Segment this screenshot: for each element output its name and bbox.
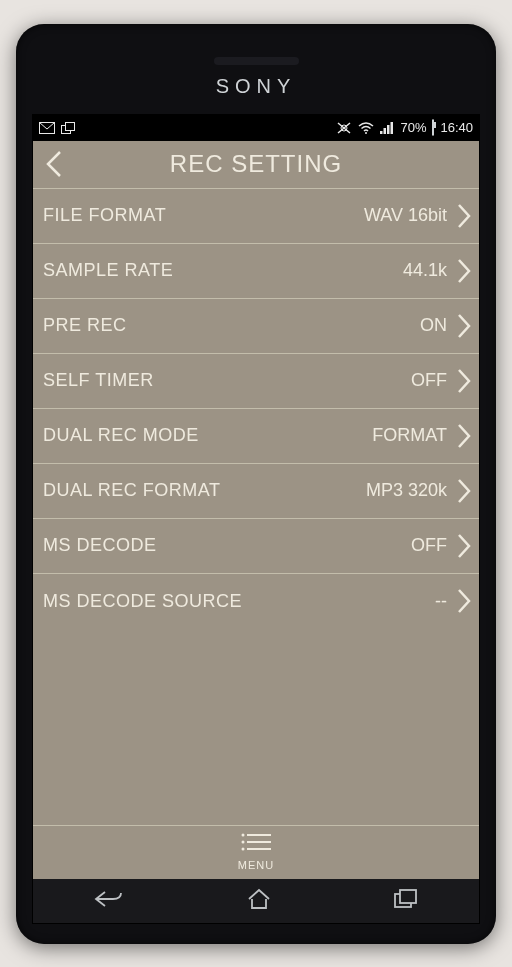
svg-rect-8 — [391, 122, 394, 134]
setting-value: -- — [435, 591, 447, 612]
status-bar: 70% 16:40 — [33, 115, 479, 141]
setting-label: DUAL REC MODE — [43, 425, 199, 446]
svg-rect-7 — [387, 125, 390, 134]
svg-rect-5 — [380, 131, 383, 134]
setting-right: -- — [435, 587, 473, 615]
menu-button[interactable]: MENU — [238, 833, 274, 871]
setting-value: MP3 320k — [366, 480, 447, 501]
settings-list: FILE FORMATWAV 16bitSAMPLE RATE44.1kPRE … — [33, 189, 479, 825]
setting-right: ON — [420, 312, 473, 340]
setting-row[interactable]: SELF TIMEROFF — [33, 354, 479, 409]
chevron-right-icon — [455, 532, 473, 560]
wifi-icon — [358, 122, 374, 134]
back-button[interactable] — [43, 149, 65, 179]
setting-value: 44.1k — [403, 260, 447, 281]
setting-right: WAV 16bit — [364, 202, 473, 230]
earpiece — [214, 57, 299, 65]
app-rec-setting: REC SETTING FILE FORMATWAV 16bitSAMPLE R… — [33, 141, 479, 879]
setting-label: MS DECODE SOURCE — [43, 591, 242, 612]
battery-icon — [432, 120, 434, 135]
nav-recent-button[interactable] — [393, 889, 419, 913]
setting-value: WAV 16bit — [364, 205, 447, 226]
svg-rect-6 — [384, 128, 387, 134]
setting-label: MS DECODE — [43, 535, 157, 556]
app-footer: MENU — [33, 825, 479, 879]
phone-body: SONY 70% 16:40 — [16, 24, 496, 944]
setting-right: 44.1k — [403, 257, 473, 285]
setting-row[interactable]: FILE FORMATWAV 16bit — [33, 189, 479, 244]
setting-label: SELF TIMER — [43, 370, 154, 391]
setting-right: FORMAT — [372, 422, 473, 450]
setting-label: PRE REC — [43, 315, 127, 336]
mail-icon — [39, 122, 55, 134]
setting-label: FILE FORMAT — [43, 205, 166, 226]
chevron-right-icon — [455, 422, 473, 450]
phone-top: SONY — [32, 42, 480, 114]
setting-row[interactable]: DUAL REC FORMATMP3 320k — [33, 464, 479, 519]
svg-point-4 — [365, 132, 367, 134]
setting-label: DUAL REC FORMAT — [43, 480, 221, 501]
android-navbar — [33, 879, 479, 923]
setting-row[interactable]: DUAL REC MODEFORMAT — [33, 409, 479, 464]
screen: 70% 16:40 REC SETTING FILE FORMATWAV 16b… — [32, 114, 480, 924]
setting-row[interactable]: MS DECODE SOURCE-- — [33, 574, 479, 629]
overlap-windows-icon — [61, 122, 75, 134]
setting-value: ON — [420, 315, 447, 336]
menu-label: MENU — [238, 859, 274, 871]
brand-label: SONY — [216, 75, 297, 98]
battery-percent: 70% — [400, 120, 426, 135]
setting-right: OFF — [411, 367, 473, 395]
setting-value: FORMAT — [372, 425, 447, 446]
nav-home-button[interactable] — [246, 888, 272, 914]
setting-value: OFF — [411, 370, 447, 391]
cell-signal-icon — [380, 122, 394, 134]
setting-right: MP3 320k — [366, 477, 473, 505]
chevron-right-icon — [455, 257, 473, 285]
chevron-right-icon — [455, 312, 473, 340]
setting-row[interactable]: SAMPLE RATE44.1k — [33, 244, 479, 299]
nav-back-button[interactable] — [93, 889, 125, 913]
vibrate-icon — [336, 121, 352, 135]
chevron-right-icon — [455, 202, 473, 230]
chevron-right-icon — [455, 367, 473, 395]
svg-point-11 — [241, 841, 244, 844]
app-header: REC SETTING — [33, 141, 479, 189]
svg-point-9 — [241, 834, 244, 837]
svg-point-13 — [241, 848, 244, 851]
page-title: REC SETTING — [170, 150, 342, 178]
setting-value: OFF — [411, 535, 447, 556]
svg-rect-16 — [400, 890, 416, 903]
clock: 16:40 — [440, 120, 473, 135]
setting-row[interactable]: PRE RECON — [33, 299, 479, 354]
svg-rect-2 — [66, 122, 75, 130]
setting-right: OFF — [411, 532, 473, 560]
setting-row[interactable]: MS DECODEOFF — [33, 519, 479, 574]
chevron-right-icon — [455, 477, 473, 505]
setting-label: SAMPLE RATE — [43, 260, 173, 281]
menu-icon — [241, 833, 271, 855]
chevron-right-icon — [455, 587, 473, 615]
